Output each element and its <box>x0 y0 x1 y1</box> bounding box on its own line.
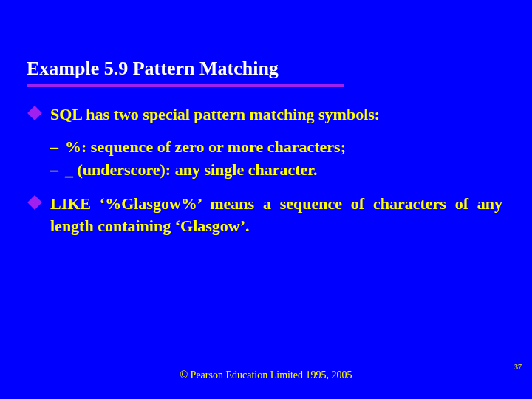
dash-bullet-icon: – <box>50 136 58 158</box>
footer-text: © Pearson Education Limited 1995, 2005 <box>0 369 532 381</box>
title-underline <box>27 84 344 87</box>
sub-bullet-text: _ (underscore): any single character. <box>65 160 318 179</box>
title-area: Example 5.9 Pattern Matching <box>27 58 499 87</box>
body-text: SQL has two special pattern matching sym… <box>30 103 502 247</box>
sub-bullet-group: – %: sequence of zero or more characters… <box>50 136 502 181</box>
slide: Example 5.9 Pattern Matching SQL has two… <box>0 0 532 399</box>
diamond-bullet-icon <box>27 106 42 120</box>
bullet-level1: SQL has two special pattern matching sym… <box>30 103 502 126</box>
dash-bullet-icon: – <box>50 159 58 181</box>
bullet-text: SQL has two special pattern matching sym… <box>50 105 380 123</box>
diamond-bullet-icon <box>27 195 42 210</box>
bullet-level2: – %: sequence of zero or more characters… <box>50 136 502 158</box>
bullet-text: LIKE ‘%Glasgow%’ means a sequence of cha… <box>50 194 502 235</box>
bullet-level2: – _ (underscore): any single character. <box>50 159 502 181</box>
bullet-level1: LIKE ‘%Glasgow%’ means a sequence of cha… <box>30 193 502 236</box>
slide-title: Example 5.9 Pattern Matching <box>27 58 499 83</box>
sub-bullet-text: %: sequence of zero or more characters; <box>65 137 346 156</box>
